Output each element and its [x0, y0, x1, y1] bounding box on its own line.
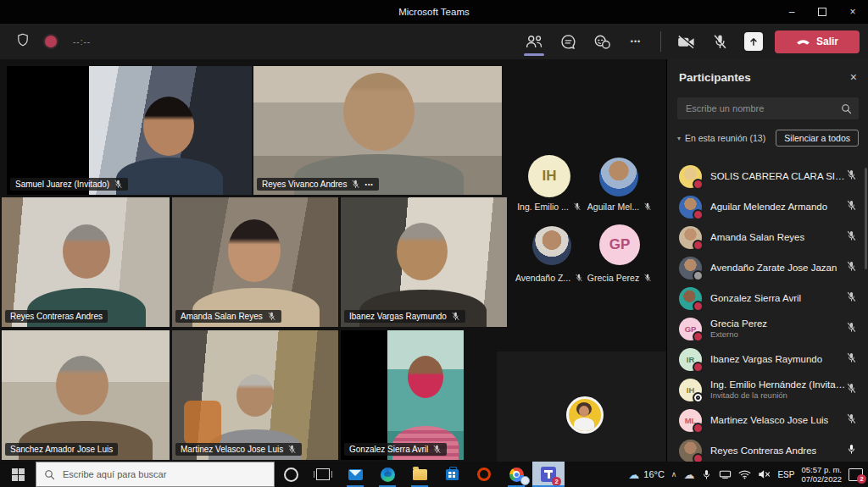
audio-avatar-grecia[interactable]: GP: [599, 224, 640, 265]
participant-search-input[interactable]: [684, 102, 841, 114]
participant-row[interactable]: IR Ibanez Vargas Raymundo: [667, 344, 868, 374]
taskbar-app-chrome[interactable]: [500, 462, 532, 487]
restore-button[interactable]: [807, 0, 837, 24]
panel-scrollbar[interactable]: [865, 168, 867, 269]
participant-row[interactable]: Aguilar Melendez Armando: [667, 191, 868, 222]
onedrive-icon[interactable]: ☁: [683, 468, 694, 481]
video-tile-martinez-velasco[interactable]: Martinez Velasco Jose Luis: [172, 330, 338, 460]
participants-button[interactable]: [521, 29, 547, 54]
more-options-button[interactable]: •••: [623, 29, 648, 54]
tray-mic-icon[interactable]: [701, 469, 712, 480]
task-view-button[interactable]: [307, 462, 339, 487]
taskbar-app-file-explorer[interactable]: [403, 462, 436, 487]
taskbar-app-office[interactable]: [468, 462, 500, 487]
mic-muted-icon: [451, 312, 460, 321]
video-tile-reyes-contreras[interactable]: Reyes Contreras Andres: [2, 197, 170, 327]
tile-more-icon[interactable]: •••: [364, 181, 373, 187]
participant-row[interactable]: SOLIS CABRERA CLARA SILVIA: [667, 161, 868, 191]
close-button[interactable]: ×: [837, 0, 868, 24]
taskbar-app-mail[interactable]: [339, 462, 371, 487]
mic-muted-icon[interactable]: [846, 321, 857, 336]
toolbar-divider: [660, 31, 661, 52]
participant-row[interactable]: Avendaño Zarate Jose Jazan: [667, 252, 868, 283]
participant-nametag: Sanchez Amador Jose Luis: [5, 443, 118, 456]
mic-muted-icon[interactable]: [846, 291, 857, 306]
minimize-icon: –: [789, 6, 795, 18]
video-tile-reyes-vivanco[interactable]: Reyes Vivanco Andres •••: [253, 66, 502, 195]
volume-muted-icon[interactable]: [758, 469, 771, 479]
participant-nametag: Ibanez Vargas Raymundo: [344, 310, 465, 323]
weather-widget[interactable]: ☁ 16°C: [628, 468, 665, 481]
video-tile-gonzalez-sierra[interactable]: Gonzalez Sierra Avril: [341, 330, 464, 460]
participant-row[interactable]: IH Ing. Emilio Hernández (Invitado) Invi…: [667, 374, 868, 405]
participant-row[interactable]: ML Martinez Velasco Jose Luis: [667, 405, 868, 435]
mic-muted-icon[interactable]: [846, 260, 857, 275]
mic-muted-icon[interactable]: [846, 412, 857, 428]
office-icon: [477, 468, 491, 481]
participant-name: Gonzalez Sierra Avril: [349, 445, 428, 454]
edge-icon: [381, 468, 395, 482]
presence-offline-icon: [693, 392, 704, 403]
participants-panel: Participantes × ▾ En esta reunión (13) S…: [666, 59, 868, 462]
action-center-button[interactable]: 2: [849, 468, 863, 481]
audio-avatar-aguilar[interactable]: [599, 158, 638, 196]
mic-off-icon: [712, 34, 728, 50]
participant-search[interactable]: [677, 97, 859, 119]
notification-icon: 2: [849, 468, 863, 481]
reactions-button[interactable]: [589, 29, 615, 54]
video-tile-ibanez-vargas[interactable]: Ibanez Vargas Raymundo: [341, 197, 507, 327]
tray-device-icon[interactable]: [719, 469, 732, 479]
participant-row[interactable]: Amanda Salan Reyes: [667, 222, 868, 252]
title-bar: Microsoft Teams – ×: [0, 0, 868, 24]
minimize-button[interactable]: –: [776, 0, 807, 24]
self-avatar[interactable]: [566, 396, 604, 434]
video-feed: [253, 66, 502, 195]
audio-avatar-avendano[interactable]: [532, 226, 571, 265]
window-title: Microsoft Teams: [0, 7, 868, 17]
notification-badge: 2: [857, 474, 866, 484]
leave-meeting-button[interactable]: Salir: [775, 30, 860, 53]
mic-muted-icon[interactable]: [846, 351, 857, 367]
chat-button[interactable]: [555, 29, 581, 54]
wifi-icon[interactable]: [738, 469, 751, 479]
participant-list: SOLIS CABRERA CLARA SILVIA Aguilar Melen…: [667, 161, 868, 462]
mic-muted-icon[interactable]: [846, 382, 857, 397]
avatar: [679, 165, 702, 188]
presence-busy-icon: [693, 209, 704, 220]
taskbar-search-input[interactable]: [61, 468, 266, 480]
task-view-icon: [316, 468, 330, 480]
video-tile-sanchez-amador-speaking[interactable]: Sanchez Amador Jose Luis: [2, 330, 170, 460]
cortana-button[interactable]: [275, 462, 307, 487]
mic-toggle-button[interactable]: [707, 29, 732, 54]
tray-chevron-up-icon[interactable]: ∧: [671, 470, 677, 479]
taskbar-app-edge[interactable]: [371, 462, 403, 487]
mic-on-icon[interactable]: [846, 443, 857, 458]
taskbar-search[interactable]: [36, 462, 275, 487]
panel-close-button[interactable]: ×: [850, 70, 857, 84]
participant-row[interactable]: GP Grecia Perez Externo: [667, 313, 868, 344]
taskbar-clock[interactable]: 05:57 p. m. 07/02/2022: [801, 465, 842, 484]
share-button[interactable]: [741, 29, 766, 54]
start-button[interactable]: [0, 462, 36, 487]
taskbar-app-store[interactable]: [436, 462, 468, 487]
camera-toggle-button[interactable]: [673, 29, 698, 54]
mute-all-button[interactable]: Silenciar a todos: [776, 130, 859, 147]
video-tile-amanda-salan[interactable]: Amanda Salan Reyes: [172, 197, 338, 327]
chat-icon: [560, 34, 576, 50]
mic-muted-icon[interactable]: [846, 199, 857, 214]
video-tile-samuel-juarez[interactable]: Samuel Juarez (Invitado): [7, 66, 252, 195]
meeting-section-toggle[interactable]: ▾ En esta reunión (13): [677, 133, 765, 143]
participant-row[interactable]: Gonzalez Sierra Avril: [667, 283, 868, 313]
mic-muted-icon[interactable]: [846, 169, 857, 184]
participant-row[interactable]: Reyes Contreras Andres: [667, 435, 868, 462]
clock-time: 05:57 p. m.: [801, 465, 842, 474]
participant-name: Martinez Velasco Jose Luis: [181, 445, 283, 454]
microsoft-store-icon: [446, 469, 459, 480]
taskbar-app-teams-active[interactable]: 2: [532, 462, 565, 487]
audio-avatar-emilio[interactable]: IH: [528, 155, 570, 197]
camera-off-icon: [677, 35, 695, 49]
shield-icon: [17, 33, 29, 50]
mic-muted-icon[interactable]: [846, 230, 857, 245]
avatar: IH: [679, 379, 702, 401]
language-indicator[interactable]: ESP: [777, 470, 794, 479]
